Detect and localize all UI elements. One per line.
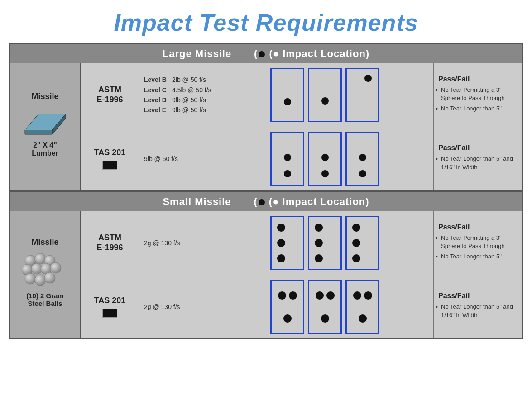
impact-dot <box>364 75 372 82</box>
large-tas-passfail: Pass/Fail No Tear Longer than 5" and 1/1… <box>434 127 522 190</box>
small-tas-diagram-2 <box>308 280 342 334</box>
small-astm-level: 2g @ 130 f/s <box>144 238 211 248</box>
large-missile-cell: Missile <box>10 63 81 191</box>
impact-dot <box>359 314 367 323</box>
svg-point-11 <box>31 263 42 274</box>
small-astm-name: ASTM E-1996 <box>96 233 123 252</box>
impact-dot <box>284 154 291 161</box>
small-tas-pf-title: Pass/Fail <box>438 292 518 300</box>
small-sub-row-1: ASTM E-1996 2g @ 130 f/s <box>81 211 522 275</box>
impact-dot <box>315 254 323 262</box>
svg-point-15 <box>35 275 46 286</box>
small-tas-name: TAS 201 <box>94 296 126 306</box>
small-tas-diagram-3 <box>345 280 379 334</box>
large-tas-diagram-2 <box>308 132 342 186</box>
small-astm-diagram-1 <box>270 216 304 270</box>
impact-dot <box>316 291 324 300</box>
impact-dot <box>278 291 286 300</box>
large-astm-name: ASTM E-1996 <box>96 85 123 105</box>
small-astm-diagram-2 <box>308 216 342 270</box>
impact-dot <box>321 170 329 177</box>
impact-dot <box>284 170 291 177</box>
large-tas-diagrams <box>216 127 434 190</box>
large-sub-row-1: ASTM E-1996 Level B 2lb @ 50 f/s <box>81 63 522 127</box>
large-tas-levels: 9lb @ 50 f/s <box>139 127 216 190</box>
large-missile-missile-col: Missile <box>10 63 80 186</box>
large-tas-badge <box>102 161 117 170</box>
impact-dot <box>353 291 361 300</box>
small-astm-standard: ASTM E-1996 <box>81 211 139 275</box>
small-astm-diagrams <box>216 211 434 275</box>
small-tas-standard: TAS 201 <box>81 275 139 338</box>
impact-dot <box>289 291 297 300</box>
impact-dot <box>326 291 335 300</box>
impact-dot <box>364 291 372 300</box>
small-astm-pf-title: Pass/Fail <box>438 223 518 231</box>
small-astm-standards-cell: ASTM E-1996 2g @ 130 f/s <box>81 211 523 339</box>
level-e: Level E 9lb @ 50 f/s <box>144 105 211 115</box>
large-tas-diagram-3 <box>345 132 379 186</box>
large-sub-rows: ASTM E-1996 Level B 2lb @ 50 f/s <box>81 63 522 190</box>
large-astm-standard: ASTM E-1996 <box>81 63 139 127</box>
small-astm-passfail: Pass/Fail No Tear Permitting a 3" Sphere… <box>434 211 522 275</box>
small-missile-cell: Missile <box>10 211 81 339</box>
level-d: Level D 9lb @ 50 f/s <box>144 95 211 105</box>
small-tas-diagrams <box>216 275 434 338</box>
large-missile-label: Missile <box>31 92 58 101</box>
large-tas-pf-1: No Tear Longer than 5" and 1/16" in Widt… <box>438 155 518 171</box>
svg-marker-1 <box>25 130 52 134</box>
level-b: Level B 2lb @ 50 f/s <box>144 75 211 85</box>
impact-dot <box>277 239 285 247</box>
large-astm-standards-cell: ASTM E-1996 Level B 2lb @ 50 f/s <box>81 63 523 191</box>
impact-dot <box>284 98 291 105</box>
small-missile-missile-col: Missile <box>10 211 80 333</box>
large-missile-table: Large Missile ( (● Impact Location) Miss… <box>9 43 523 191</box>
large-astm-diagrams <box>216 63 434 127</box>
large-astm-pf-2: No Tear Longer than 5" <box>438 105 518 113</box>
impact-dot <box>352 254 360 262</box>
impact-dot <box>352 239 360 247</box>
large-astm-pf-title: Pass/Fail <box>438 75 518 83</box>
lumber-image <box>20 105 70 138</box>
small-tas-levels: 2g @ 130 f/s <box>139 275 216 338</box>
small-missile-header: Small Missile ( (● Impact Location) <box>10 192 522 211</box>
large-tas-name: TAS 201 <box>94 148 126 158</box>
small-astm-diagram-3 <box>345 216 379 270</box>
large-astm-diagram-1 <box>270 68 304 122</box>
small-missile-table: Small Missile ( (● Impact Location) Miss… <box>9 191 523 339</box>
large-missile-header: Large Missile ( (● Impact Location) <box>10 44 522 63</box>
small-tas-pf-1: No Tear Longer than 5" and 1/16" in Widt… <box>438 303 518 319</box>
svg-point-16 <box>44 272 55 283</box>
impact-dot <box>359 170 366 177</box>
impact-dot <box>277 224 285 232</box>
svg-point-13 <box>50 262 61 273</box>
large-tas-pf-title: Pass/Fail <box>438 144 518 152</box>
impact-dot <box>321 314 329 323</box>
impact-dot <box>321 154 329 161</box>
impact-dot <box>352 224 360 232</box>
small-missile-label: Missile <box>31 238 58 247</box>
impact-dot <box>315 239 323 247</box>
small-tas-level: 2g @ 130 f/s <box>144 302 211 312</box>
large-tas-level: 9lb @ 50 f/s <box>144 154 211 164</box>
impact-dot <box>277 254 285 262</box>
large-astm-passfail: Pass/Fail No Tear Permitting a 3" Sphere… <box>434 63 522 127</box>
impact-dot <box>315 224 323 232</box>
svg-point-14 <box>25 273 36 284</box>
large-sub-row-2: TAS 201 9lb @ 50 f/s <box>81 127 522 190</box>
small-astm-pf-1: No Tear Permitting a 3" Sphere to Pass T… <box>438 234 518 250</box>
large-astm-levels: Level B 2lb @ 50 f/s Level C 4.5lb @ 50 … <box>139 63 216 127</box>
large-tas-standard: TAS 201 <box>81 127 139 190</box>
large-astm-diagram-3 <box>345 68 379 122</box>
small-sub-rows: ASTM E-1996 2g @ 130 f/s <box>81 211 522 338</box>
impact-dot <box>283 314 292 323</box>
steel-balls-label: (10) 2 Gram Steel Balls <box>26 292 64 307</box>
svg-point-8 <box>35 253 46 264</box>
small-tas-passfail: Pass/Fail No Tear Longer than 5" and 1/1… <box>434 275 522 338</box>
small-astm-levels: 2g @ 130 f/s <box>139 211 216 275</box>
page-title: Impact Test Requirements <box>9 5 523 43</box>
small-astm-pf-2: No Tear Longer than 5" <box>438 252 518 261</box>
large-astm-diagram-2 <box>308 68 342 122</box>
level-c: Level C 4.5lb @ 50 f/s <box>144 85 211 95</box>
page-wrapper: Impact Test Requirements Large Missile (… <box>0 0 532 344</box>
